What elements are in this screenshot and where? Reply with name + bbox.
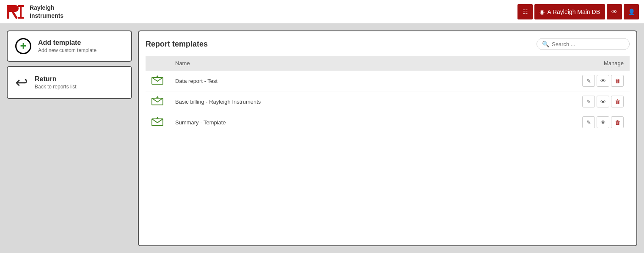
page-title: Report templates xyxy=(146,40,208,49)
logo-icon xyxy=(5,3,25,20)
return-text: Return Back to reports list xyxy=(35,75,77,90)
row-name[interactable]: Data report - Test xyxy=(169,71,576,91)
add-template-title: Add template xyxy=(38,39,96,47)
delete-button[interactable]: 🗑 xyxy=(611,116,624,128)
row-icon xyxy=(146,112,169,133)
header: Rayleigh Instruments ☷ ◉ A Rayleigh Main… xyxy=(0,0,644,24)
templates-table: Name Manage Data report - Test ✎ 👁 🗑 Bas… xyxy=(146,56,630,132)
eye-icon: 👁 xyxy=(611,8,617,15)
add-template-card[interactable]: Add template Add new custom template xyxy=(7,30,132,62)
grid-icon: ☷ xyxy=(523,8,528,15)
content-header: Report templates 🔍 xyxy=(146,38,630,50)
user-button[interactable]: 👤 xyxy=(624,4,639,19)
logo-text: Rayleigh Instruments xyxy=(30,4,63,19)
svg-marker-8 xyxy=(156,96,159,99)
svg-rect-4 xyxy=(18,17,24,19)
return-title: Return xyxy=(35,75,77,83)
svg-marker-6 xyxy=(156,75,159,78)
edit-button[interactable]: ✎ xyxy=(582,116,595,128)
header-actions: ☷ ◉ A Rayleigh Main DB 👁 👤 xyxy=(517,4,639,19)
col-icon xyxy=(146,56,169,71)
search-icon: 🔍 xyxy=(542,41,549,47)
row-icon xyxy=(146,71,169,91)
row-manage: ✎ 👁 🗑 xyxy=(576,112,630,133)
table-row: Data report - Test ✎ 👁 🗑 xyxy=(146,71,630,91)
grid-button[interactable]: ☷ xyxy=(517,4,533,19)
row-name[interactable]: Summary - Template xyxy=(169,112,576,133)
delete-button[interactable]: 🗑 xyxy=(611,96,624,107)
col-name-header: Name xyxy=(169,56,576,71)
envelope-icon xyxy=(151,75,163,85)
row-name[interactable]: Basic billing - Rayleigh Instruments xyxy=(169,91,576,112)
eye-button[interactable]: 👁 xyxy=(607,4,622,19)
db-label: A Rayleigh Main DB xyxy=(547,8,600,15)
sidebar: Add template Add new custom template ↩ R… xyxy=(7,30,132,246)
db-button[interactable]: ◉ A Rayleigh Main DB xyxy=(534,4,605,19)
envelope-icon xyxy=(151,96,163,105)
row-icon xyxy=(146,91,169,112)
svg-marker-10 xyxy=(156,117,159,119)
delete-button[interactable]: 🗑 xyxy=(611,75,624,87)
view-button[interactable]: 👁 xyxy=(597,96,609,107)
search-box: 🔍 xyxy=(537,38,630,50)
table-row: Summary - Template ✎ 👁 🗑 xyxy=(146,112,630,133)
row-manage: ✎ 👁 🗑 xyxy=(576,71,630,91)
view-button[interactable]: 👁 xyxy=(597,116,609,128)
add-template-text: Add template Add new custom template xyxy=(38,39,96,53)
edit-button[interactable]: ✎ xyxy=(582,96,595,107)
svg-rect-2 xyxy=(18,5,24,7)
return-subtitle: Back to reports list xyxy=(35,84,77,90)
main-layout: Add template Add new custom template ↩ R… xyxy=(0,24,644,253)
envelope-icon xyxy=(151,117,163,126)
col-manage-header: Manage xyxy=(576,56,630,71)
add-template-icon xyxy=(15,38,31,54)
return-card[interactable]: ↩ Return Back to reports list xyxy=(7,66,132,99)
logo: Rayleigh Instruments xyxy=(5,3,63,20)
table-header-row: Name Manage xyxy=(146,56,630,71)
db-icon: ◉ xyxy=(539,8,545,15)
user-icon: 👤 xyxy=(628,8,635,15)
edit-button[interactable]: ✎ xyxy=(582,75,595,87)
add-template-subtitle: Add new custom template xyxy=(38,47,96,53)
search-input[interactable] xyxy=(552,41,624,47)
content-area: Report templates 🔍 Name Manage Data repo… xyxy=(138,30,637,246)
table-row: Basic billing - Rayleigh Instruments ✎ 👁… xyxy=(146,91,630,112)
svg-rect-1 xyxy=(7,5,9,19)
row-manage: ✎ 👁 🗑 xyxy=(576,91,630,112)
svg-rect-3 xyxy=(20,7,22,17)
return-icon: ↩ xyxy=(15,74,28,91)
view-button[interactable]: 👁 xyxy=(597,75,609,87)
